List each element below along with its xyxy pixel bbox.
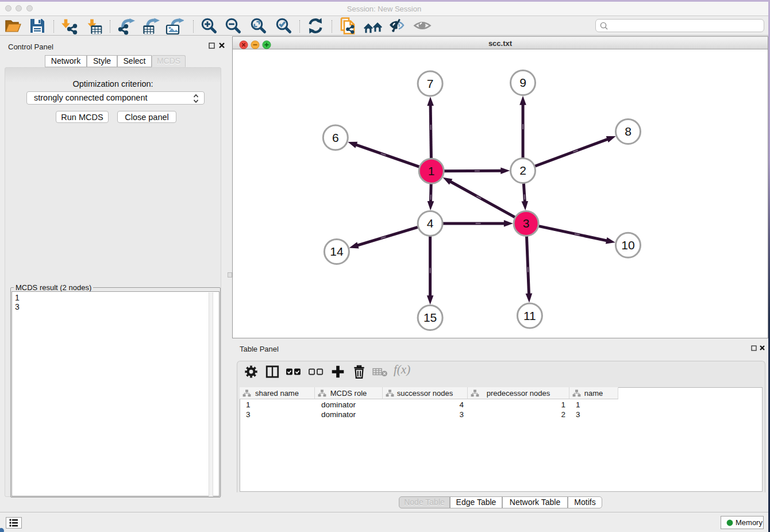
svg-text:8: 8 xyxy=(625,125,632,138)
svg-text:10: 10 xyxy=(621,238,634,252)
svg-text:2: 2 xyxy=(519,164,526,177)
svg-text:4: 4 xyxy=(427,217,434,230)
svg-text:6: 6 xyxy=(332,131,339,144)
svg-text:14: 14 xyxy=(330,245,344,258)
svg-text:15: 15 xyxy=(424,311,437,324)
svg-text:9: 9 xyxy=(519,76,526,89)
svg-text:11: 11 xyxy=(523,309,536,322)
svg-text:3: 3 xyxy=(523,217,530,230)
svg-text:1: 1 xyxy=(428,164,435,178)
svg-text:7: 7 xyxy=(427,77,434,90)
